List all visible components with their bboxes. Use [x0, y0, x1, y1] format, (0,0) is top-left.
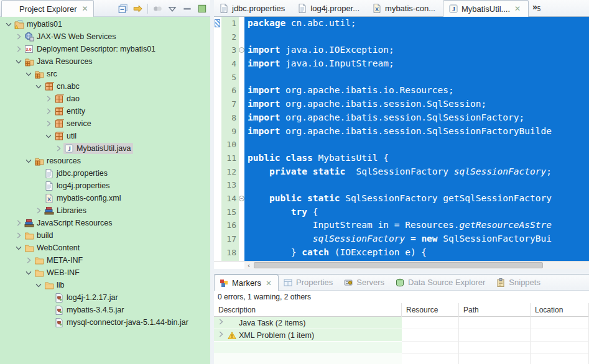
tree-item-mybatis01[interactable]: mybatis01: [0, 18, 210, 30]
tree-item-libraries[interactable]: Libraries: [0, 204, 210, 217]
scrollbar-thumb[interactable]: [254, 262, 543, 268]
editor-tab-mybatis-con-[interactable]: Xmybatis-con...: [367, 0, 443, 16]
chevron-collapsed-icon[interactable]: [44, 94, 53, 104]
view-menu-icon[interactable]: [167, 3, 178, 14]
view-tab-properties[interactable]: Properties: [279, 275, 339, 290]
chevron-collapsed-icon[interactable]: [34, 206, 44, 216]
column-header-location[interactable]: Location: [531, 303, 589, 317]
chevron-expanded-icon[interactable]: [24, 156, 34, 166]
folder-icon: [34, 268, 44, 278]
column-header-resource[interactable]: Resource: [402, 303, 459, 317]
code-line: package cn.abc.util;: [248, 17, 589, 30]
servers-icon: [343, 278, 353, 288]
scroll-left-arrow-icon[interactable]: ‹: [244, 262, 253, 269]
tree-item-mysql-connector-java-5-1-44-bin-jar[interactable]: mysql-connector-java-5.1.44-bin.jar: [0, 316, 210, 329]
chevron-collapsed-icon[interactable]: [44, 106, 53, 116]
line-number: 2: [221, 30, 236, 44]
chevron-expanded-icon[interactable]: [24, 268, 34, 278]
tree-item-lib[interactable]: lib: [0, 279, 210, 291]
editor-tab-jdbc-properties[interactable]: jdbc.properties: [214, 0, 292, 16]
view-tab-markers[interactable]: Markers✕: [214, 275, 279, 291]
chevron-collapsed-icon[interactable]: [14, 218, 24, 228]
tree-item-content: JAX-WS Web Services: [24, 31, 118, 42]
tree-item-jax-ws-web-services[interactable]: JAX-WS Web Services: [0, 30, 210, 43]
tree-item-meta-inf[interactable]: META-INF: [0, 254, 210, 266]
chevron-expanded-icon[interactable]: [34, 81, 44, 91]
tree-item-entity[interactable]: entity: [0, 105, 210, 117]
tree-item-web-inf[interactable]: WEB-INF: [0, 266, 210, 279]
tree-item-src[interactable]: src: [0, 68, 210, 80]
tree-item-cn-abc[interactable]: cn.abc: [0, 80, 210, 93]
code-editor[interactable]: package cn.abc.util;import java.io.IOExc…: [244, 17, 589, 261]
focus-icon[interactable]: [152, 3, 163, 14]
maximize-icon[interactable]: [197, 3, 208, 14]
link-with-editor-icon[interactable]: [132, 3, 144, 14]
chevron-expanded-icon[interactable]: [34, 280, 44, 290]
chevron-collapsed-icon[interactable]: [14, 44, 24, 54]
markers-table: DescriptionResourcePathLocationˆ Java Ta…: [214, 303, 589, 364]
chevron-expanded-icon[interactable]: [24, 69, 34, 79]
tree-item-deployment-descriptor-mybatis01[interactable]: 3.0Deployment Descriptor: mybatis01: [0, 43, 210, 55]
chevron-collapsed-icon[interactable]: [14, 32, 24, 42]
folder-icon: [24, 230, 34, 240]
close-icon[interactable]: ✕: [514, 4, 521, 13]
tree-item-mybatis-3-4-5-jar[interactable]: mybatis-3.4.5.jar: [0, 304, 210, 316]
collapse-all-icon[interactable]: [118, 3, 129, 14]
table-row[interactable]: XML Problem (1 item): [214, 329, 589, 342]
column-header-path[interactable]: Path: [459, 303, 531, 317]
chevron-collapsed-icon[interactable]: [214, 330, 228, 340]
folding-ruler[interactable]: −−: [239, 17, 244, 261]
tree-item-dao[interactable]: dao: [0, 93, 210, 105]
table-row[interactable]: [214, 342, 589, 354]
horizontal-scrollbar[interactable]: ‹: [214, 261, 589, 269]
table-row[interactable]: [214, 354, 589, 364]
chevron-collapsed-icon[interactable]: [214, 317, 228, 328]
chevron-collapsed-icon[interactable]: [44, 119, 53, 129]
explorer-tabbar: Project Explorer ✕: [0, 0, 210, 17]
tree-item-resources[interactable]: resources: [0, 155, 210, 167]
tab-project-explorer[interactable]: Project Explorer ✕: [1, 0, 94, 17]
annotation-ruler[interactable]: [214, 17, 221, 261]
close-icon[interactable]: ✕: [266, 279, 272, 288]
chevron-collapsed-icon[interactable]: [14, 230, 24, 240]
tree-item-content: WebContent: [24, 242, 81, 253]
chevron-expanded-icon[interactable]: [4, 19, 14, 29]
tree-item-mybatisutil-java[interactable]: JMybatisUtil.java: [0, 142, 210, 155]
tree-item-webcontent[interactable]: WebContent: [0, 242, 210, 254]
editor-tab-log4j-proper-[interactable]: log4j.proper...: [292, 0, 367, 16]
minimize-icon[interactable]: [182, 3, 193, 14]
tree-item-label: entity: [67, 107, 85, 116]
code-line: [248, 138, 589, 152]
tree-item-java-resources[interactable]: Java Resources: [0, 55, 210, 68]
editor-tab-overflow[interactable]: »5: [529, 0, 540, 16]
fold-collapse-icon[interactable]: −: [239, 196, 244, 201]
chevron-collapsed-icon[interactable]: [24, 255, 34, 265]
tree-item-log4j-1-2-17-jar[interactable]: log4j-1.2.17.jar: [0, 291, 210, 304]
fold-collapse-icon[interactable]: −: [239, 47, 244, 53]
tree-item-label: src: [47, 70, 57, 78]
editor-tab-label: MybatisUtil....: [461, 4, 510, 14]
tree-item-jdbc-properties[interactable]: jdbc.properties: [0, 167, 210, 180]
tree-item-label: mybatis-3.4.5.jar: [67, 306, 124, 314]
view-tab-data-source-explorer[interactable]: Data Source Explorer: [391, 275, 491, 290]
chevron-expanded-icon[interactable]: [14, 57, 24, 66]
code-line: import org.apache.ibatis.session.SqlSess…: [248, 98, 589, 111]
view-tab-servers[interactable]: Servers: [339, 275, 391, 290]
editor-tab-mybatisutil-[interactable]: JMybatisUtil....✕: [443, 0, 529, 17]
chevron-placeholder: [44, 317, 53, 327]
chevron-collapsed-icon[interactable]: [53, 143, 63, 153]
javaclass-icon: J: [64, 143, 74, 153]
table-cell-empty: [459, 342, 531, 354]
chevron-expanded-icon[interactable]: [14, 243, 24, 253]
view-tab-snippets[interactable]: Snippets: [491, 275, 547, 290]
tree-item-log4j-properties[interactable]: log4j.properties: [0, 180, 210, 192]
tree-item-javascript-resources[interactable]: JavaScript Resources: [0, 217, 210, 229]
table-row[interactable]: Java Task (2 items): [214, 317, 589, 329]
tree-item-mybatis-config-xml[interactable]: Xmybatis-config.xml: [0, 192, 210, 204]
chevron-expanded-icon[interactable]: [44, 131, 53, 141]
close-icon[interactable]: ✕: [81, 4, 88, 13]
folder-icon: [44, 280, 54, 290]
tree-item-build[interactable]: build: [0, 229, 210, 242]
tree-item-util[interactable]: util: [0, 130, 210, 142]
tree-item-service[interactable]: service: [0, 117, 210, 130]
